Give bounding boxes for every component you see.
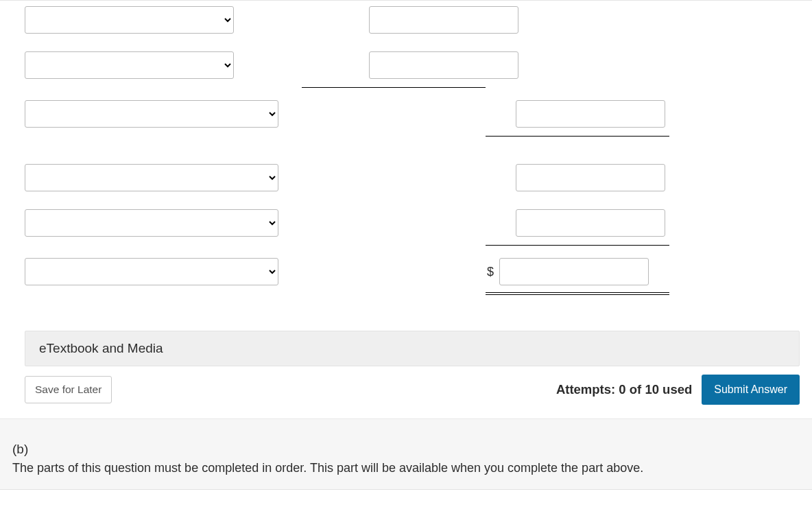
account-select-wide[interactable] <box>25 100 278 128</box>
cell <box>25 258 278 285</box>
cell <box>369 6 561 34</box>
amount-input[interactable] <box>369 51 518 79</box>
amount-input[interactable] <box>516 100 665 128</box>
cell <box>25 164 278 191</box>
action-row: Save for Later Attempts: 0 of 10 used Su… <box>25 375 800 405</box>
question-part-b: (b) The parts of this question must be c… <box>0 438 812 490</box>
amount-input[interactable] <box>516 209 665 237</box>
cell <box>481 164 665 191</box>
etextbook-media-toggle[interactable]: eTextbook and Media <box>25 331 800 366</box>
cell <box>25 51 292 79</box>
cell: $ <box>465 258 649 285</box>
subtotal-rule <box>486 245 800 246</box>
account-select-wide[interactable] <box>25 209 278 237</box>
amount-input[interactable] <box>516 164 665 191</box>
entry-row <box>25 100 800 128</box>
cell <box>481 209 665 237</box>
currency-symbol: $ <box>487 265 499 279</box>
section-gap <box>0 418 812 438</box>
attempts-text: Attempts: 0 of 10 used <box>556 382 692 397</box>
cell <box>369 51 561 79</box>
total-double-rule <box>486 292 800 293</box>
entry-row <box>25 209 800 237</box>
entry-row: $ <box>25 258 800 285</box>
etextbook-label: eTextbook and Media <box>39 341 163 355</box>
part-b-locked-message: The parts of this question must be compl… <box>12 461 800 475</box>
amount-input[interactable] <box>369 6 518 34</box>
save-for-later-button[interactable]: Save for Later <box>25 376 112 403</box>
cell <box>25 209 278 237</box>
submit-answer-button[interactable]: Submit Answer <box>702 375 800 405</box>
account-select-wide[interactable] <box>25 164 278 191</box>
cell <box>481 100 665 128</box>
entry-row <box>25 6 800 34</box>
part-b-label: (b) <box>12 442 800 457</box>
account-select[interactable] <box>25 6 234 34</box>
account-select-wide[interactable] <box>25 258 278 285</box>
total-amount-input[interactable] <box>499 258 649 285</box>
entry-row <box>25 164 800 191</box>
cell <box>25 100 278 128</box>
entry-row <box>25 51 800 79</box>
subtotal-rule <box>302 87 800 88</box>
subtotal-rule <box>486 136 800 137</box>
account-select[interactable] <box>25 51 234 79</box>
question-part-a: $ eTextbook and Media Save for Later Att… <box>0 0 812 418</box>
cell <box>25 6 292 34</box>
right-actions: Attempts: 0 of 10 used Submit Answer <box>556 375 800 405</box>
